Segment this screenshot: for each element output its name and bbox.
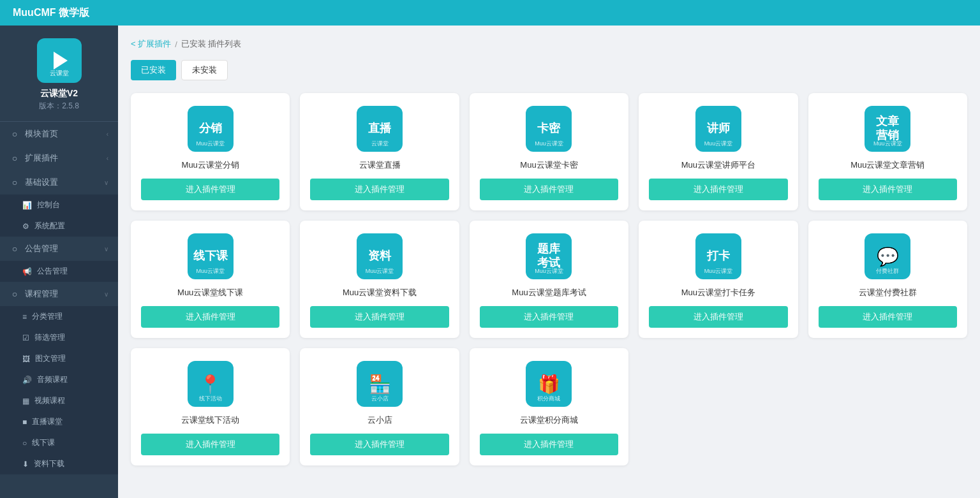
- sidebar-sub-label: 公告管理: [37, 266, 68, 277]
- sidebar-menu: ○ 模块首页 ‹ ○ 扩展插件 ‹ ○ 基础设置 ∨ 📊 控制台 ⚙ 系统配置: [0, 122, 118, 498]
- plugin-name: Muu云课堂线下课: [177, 287, 243, 298]
- circle-icon: ○: [10, 129, 20, 139]
- sidebar-item-course-mgmt[interactable]: ○ 课程管理 ∨: [0, 282, 118, 306]
- audio-icon: 🔊: [22, 376, 32, 384]
- plugin-name: 云课堂积分商城: [520, 414, 578, 426]
- plugin-manage-button-checkin[interactable]: 进入插件管理: [649, 306, 787, 328]
- download-icon: ⬇: [22, 460, 29, 469]
- plugin-manage-button-question-bank[interactable]: 进入插件管理: [480, 306, 618, 328]
- plugin-manage-button-lecturer[interactable]: 进入插件管理: [649, 179, 787, 200]
- plugin-name: Muu云课堂讲师平台: [681, 159, 755, 171]
- tab-bar: 已安装 未安装: [131, 60, 967, 80]
- tab-not-installed[interactable]: 未安装: [181, 60, 228, 80]
- plugin-icon-sub: Muu云课堂: [704, 267, 733, 275]
- logo-icon: 云课堂: [37, 38, 82, 83]
- plugin-card-offline-class: 线下课Muu云课堂Muu云课堂线下课进入插件管理: [131, 221, 290, 338]
- video-icon: ▦: [22, 397, 29, 406]
- plugin-name: Muu云课堂资料下载: [343, 287, 417, 298]
- app-name: 云课堂V2: [40, 88, 78, 99]
- checkbox-icon: ☑: [22, 333, 29, 342]
- plugin-name: 云课堂付费社群: [859, 287, 917, 298]
- plugin-manage-button-distribution[interactable]: 进入插件管理: [141, 179, 279, 200]
- plugin-manage-button-offline-activity[interactable]: 进入插件管理: [141, 434, 279, 455]
- plugin-grid: 分销Muu云课堂Muu云课堂分销进入插件管理直播云课堂云课堂直播进入插件管理卡密…: [131, 93, 967, 465]
- plugin-manage-button-cloud-shop[interactable]: 进入插件管理: [310, 434, 449, 455]
- circle-icon: ○: [10, 153, 20, 163]
- plugin-name: 云小店: [368, 414, 392, 426]
- sidebar-sub-label: 音频课程: [37, 374, 68, 385]
- plugin-icon-sub: Muu云课堂: [196, 267, 225, 275]
- plugin-icon-text: 文章 营销: [876, 115, 899, 142]
- sidebar-item-image-text[interactable]: 🖼 图文管理: [0, 348, 118, 369]
- plugin-icon-emoji: 🏪: [369, 374, 391, 395]
- chevron-down-icon: ∨: [104, 245, 108, 253]
- sidebar-sub-label: 资料下载: [34, 458, 64, 469]
- plugin-icon-checkin: 打卡Muu云课堂: [695, 233, 741, 279]
- sidebar-sub-label: 视频课程: [34, 395, 65, 406]
- plugin-manage-button-points-mall[interactable]: 进入插件管理: [480, 434, 618, 455]
- plugin-card-card-secret: 卡密Muu云课堂Muu云课堂卡密进入插件管理: [470, 93, 628, 210]
- plugin-icon-text: 讲师: [707, 122, 730, 136]
- sidebar-item-video-course[interactable]: ▦ 视频课程: [0, 390, 118, 411]
- plugin-icon-offline-class: 线下课Muu云课堂: [188, 233, 234, 279]
- sidebar-item-notice-mgmt[interactable]: ○ 公告管理 ∨: [0, 237, 118, 261]
- plugin-icon-material: 资料Muu云课堂: [357, 233, 403, 279]
- sidebar-sub-label: 控制台: [37, 200, 60, 210]
- plugin-icon-offline-activity: 📍线下活动: [188, 361, 234, 407]
- breadcrumb-extensions-link[interactable]: < 扩展插件: [131, 38, 171, 50]
- plugin-card-material: 资料Muu云课堂Muu云课堂资料下载进入插件管理: [300, 221, 459, 338]
- chevron-down-icon: ∨: [104, 291, 108, 298]
- plugin-manage-button-paid-community[interactable]: 进入插件管理: [819, 306, 957, 328]
- circle-icon: ○: [10, 244, 20, 254]
- plugin-icon-text: 直播: [368, 122, 391, 136]
- plugin-icon-sub: Muu云课堂: [366, 267, 394, 275]
- sidebar-item-offline-course[interactable]: ○ 线下课: [0, 432, 118, 453]
- tab-installed[interactable]: 已安装: [131, 60, 176, 80]
- circle-icon: ○: [10, 177, 20, 187]
- sidebar-sub-label: 线下课: [32, 437, 55, 448]
- plugin-manage-button-card-secret[interactable]: 进入插件管理: [480, 179, 618, 200]
- sidebar-item-material-download[interactable]: ⬇ 资料下载: [0, 453, 118, 474]
- gear-icon: ⚙: [22, 222, 29, 231]
- plugin-card-article-marketing: 文章 营销Muu云课堂Muu云课堂文章营销进入插件管理: [808, 93, 967, 210]
- plugin-name: Muu云课堂卡密: [520, 159, 577, 171]
- sidebar-item-live-course[interactable]: ■ 直播课堂: [0, 411, 118, 432]
- sidebar-item-extensions[interactable]: ○ 扩展插件 ‹: [0, 146, 118, 170]
- sidebar-item-audio-course[interactable]: 🔊 音频课程: [0, 369, 118, 390]
- arrow-icon: ‹: [107, 131, 108, 138]
- sidebar-item-label: 扩展插件: [25, 152, 107, 164]
- offline-icon: ○: [22, 439, 27, 448]
- plugin-manage-button-material[interactable]: 进入插件管理: [310, 306, 449, 328]
- plugin-manage-button-live[interactable]: 进入插件管理: [310, 179, 449, 200]
- plugin-icon-text: 资料: [368, 249, 391, 263]
- app-title: MuuCMF 微学版: [13, 6, 89, 20]
- plugin-icon-question-bank: 题库 考试Muu云课堂: [526, 233, 572, 279]
- plugin-name: 云课堂线下活动: [181, 414, 239, 426]
- sidebar-item-filter-mgmt[interactable]: ☑ 筛选管理: [0, 327, 118, 348]
- plugin-name: Muu云课堂分销: [182, 159, 239, 171]
- plugin-icon-lecturer: 讲师Muu云课堂: [695, 106, 741, 152]
- sidebar-item-category-mgmt[interactable]: ≡ 分类管理: [0, 306, 118, 327]
- breadcrumb-separator: /: [175, 40, 177, 49]
- plugin-icon-card-secret: 卡密Muu云课堂: [526, 106, 572, 152]
- sidebar-item-notice-list[interactable]: 📢 公告管理: [0, 261, 118, 282]
- sidebar-item-system-config[interactable]: ⚙ 系统配置: [0, 216, 118, 237]
- chart-icon: 📊: [22, 201, 32, 210]
- main-layout: 云课堂 云课堂V2 版本：2.5.8 ○ 模块首页 ‹ ○ 扩展插件 ‹ ○ 基…: [0, 26, 980, 498]
- plugin-name: Muu云课堂题库考试: [512, 287, 586, 298]
- sidebar-item-basic-settings[interactable]: ○ 基础设置 ∨: [0, 170, 118, 194]
- breadcrumb-current: 已安装 插件列表: [181, 38, 242, 50]
- top-header: MuuCMF 微学版: [0, 0, 980, 26]
- plugin-icon-sub: Muu云课堂: [535, 267, 563, 275]
- plugin-manage-button-article-marketing[interactable]: 进入插件管理: [819, 179, 957, 200]
- plugin-manage-button-offline-class[interactable]: 进入插件管理: [141, 306, 279, 328]
- sidebar-sub-label: 分类管理: [32, 311, 63, 322]
- sidebar-logo: 云课堂 云课堂V2 版本：2.5.8: [0, 26, 118, 122]
- plugin-name: 云课堂直播: [359, 159, 401, 171]
- sidebar-item-control-panel[interactable]: 📊 控制台: [0, 194, 118, 216]
- sidebar-item-module-home[interactable]: ○ 模块首页 ‹: [0, 122, 118, 146]
- play-icon: [54, 52, 68, 70]
- sidebar-item-label: 模块首页: [25, 128, 107, 140]
- plugin-name: Muu云课堂打卡任务: [681, 287, 755, 298]
- plugin-icon-sub: 付费社群: [876, 267, 899, 275]
